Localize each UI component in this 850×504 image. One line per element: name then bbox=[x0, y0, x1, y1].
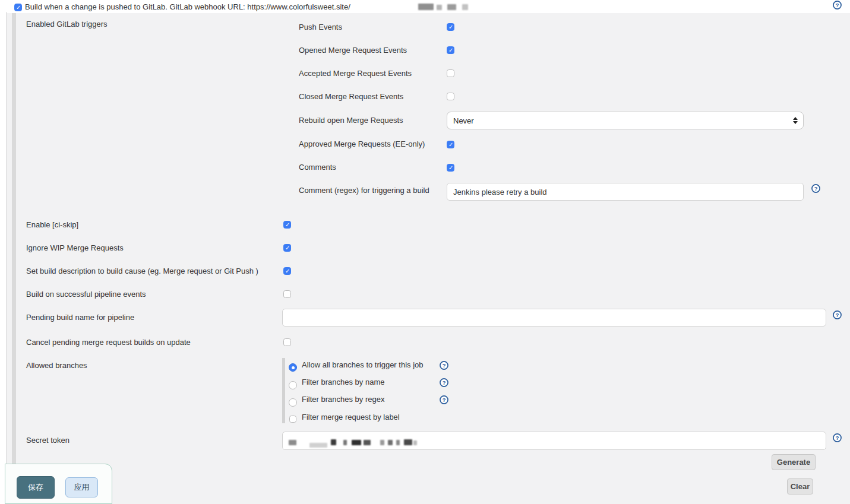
comment-regex-label: Comment (regex) for triggering a build bbox=[299, 186, 429, 195]
help-icon[interactable]: ? bbox=[833, 433, 842, 442]
jenkins-gitlab-trigger-config: Build when a change is pushed to GitLab.… bbox=[0, 0, 850, 504]
push-events-label: Push Events bbox=[299, 23, 342, 32]
svg-text:?: ? bbox=[836, 435, 839, 441]
save-button[interactable]: 保存 bbox=[17, 476, 55, 499]
closed-mr-events-label: Closed Merge Request Events bbox=[299, 92, 403, 102]
svg-text:?: ? bbox=[443, 397, 446, 403]
filter-mr-by-label-checkbox[interactable] bbox=[289, 416, 296, 423]
help-icon[interactable]: ? bbox=[833, 1, 842, 9]
pipeline-events-label: Build on successful pipeline events bbox=[26, 290, 146, 299]
ignore-wip-label: Ignore WIP Merge Requests bbox=[26, 243, 124, 253]
secret-token-label: Secret token bbox=[26, 436, 69, 445]
filter-branches-by-regex-label: Filter branches by regex bbox=[302, 395, 384, 404]
svg-text:?: ? bbox=[836, 2, 839, 8]
closed-mr-events-checkbox[interactable] bbox=[447, 93, 454, 100]
ci-skip-label: Enable [ci-skip] bbox=[26, 220, 78, 230]
section-indent-bar bbox=[12, 13, 16, 464]
push-events-checkbox[interactable] bbox=[447, 23, 454, 31]
allow-all-branches-radio[interactable] bbox=[289, 363, 297, 372]
redacted-url bbox=[418, 3, 468, 10]
ci-skip-checkbox[interactable] bbox=[283, 221, 291, 229]
section-left-border bbox=[6, 12, 7, 504]
allowed-branches-label: Allowed branches bbox=[26, 361, 87, 370]
accepted-mr-events-checkbox[interactable] bbox=[447, 69, 454, 77]
help-icon[interactable]: ? bbox=[440, 378, 448, 387]
svg-text:?: ? bbox=[836, 312, 839, 318]
svg-text:?: ? bbox=[443, 363, 446, 369]
build-when-pushed-label: Build when a change is pushed to GitLab.… bbox=[25, 2, 350, 12]
secret-token-input[interactable] bbox=[282, 432, 826, 450]
clear-button[interactable]: Clear bbox=[787, 478, 813, 495]
help-icon[interactable]: ? bbox=[811, 184, 820, 193]
approved-mr-checkbox[interactable] bbox=[447, 141, 454, 148]
cancel-pending-label: Cancel pending merge request builds on u… bbox=[26, 338, 191, 347]
help-icon[interactable]: ? bbox=[440, 395, 448, 404]
opened-mr-events-checkbox[interactable] bbox=[447, 46, 454, 54]
help-icon[interactable]: ? bbox=[833, 310, 842, 319]
filter-branches-by-name-label: Filter branches by name bbox=[302, 378, 384, 387]
section-background bbox=[7, 13, 850, 504]
pending-build-name-input[interactable] bbox=[282, 309, 826, 327]
build-when-pushed-checkbox[interactable] bbox=[14, 4, 22, 11]
rebuild-open-mr-select[interactable]: Never bbox=[447, 112, 804, 129]
svg-text:?: ? bbox=[443, 380, 446, 386]
opened-mr-events-label: Opened Merge Request Events bbox=[299, 46, 407, 55]
filter-mr-by-label-label: Filter merge request by label bbox=[302, 413, 400, 422]
accepted-mr-events-label: Accepted Merge Request Events bbox=[299, 69, 412, 78]
apply-button[interactable]: 应用 bbox=[65, 477, 98, 497]
approved-mr-label: Approved Merge Requests (EE-only) bbox=[299, 140, 425, 149]
comment-regex-input[interactable] bbox=[447, 183, 804, 201]
help-icon[interactable]: ? bbox=[440, 361, 448, 370]
redacted-token bbox=[289, 437, 417, 445]
svg-text:?: ? bbox=[814, 186, 818, 192]
select-stepper-icon bbox=[793, 117, 798, 124]
filter-branches-by-name-radio[interactable] bbox=[289, 381, 297, 389]
radio-group-indent-bar bbox=[282, 358, 285, 423]
rebuild-open-mr-label: Rebuild open Merge Requests bbox=[299, 116, 403, 125]
rebuild-open-mr-selected-value: Never bbox=[453, 116, 474, 125]
pending-build-name-label: Pending build name for pipeline bbox=[26, 313, 134, 322]
build-description-label: Set build description to build cause (eg… bbox=[26, 267, 258, 276]
pipeline-events-checkbox[interactable] bbox=[283, 290, 291, 298]
allow-all-branches-label: Allow all branches to trigger this job bbox=[302, 360, 424, 370]
comments-checkbox[interactable] bbox=[447, 164, 454, 172]
ignore-wip-checkbox[interactable] bbox=[283, 244, 291, 252]
generate-button[interactable]: Generate bbox=[772, 454, 816, 470]
filter-branches-by-regex-radio[interactable] bbox=[289, 398, 297, 407]
build-description-checkbox[interactable] bbox=[283, 267, 291, 275]
comments-label: Comments bbox=[299, 163, 336, 172]
enabled-triggers-section-label: Enabled GitLab triggers bbox=[26, 20, 108, 29]
cancel-pending-checkbox[interactable] bbox=[283, 338, 291, 346]
